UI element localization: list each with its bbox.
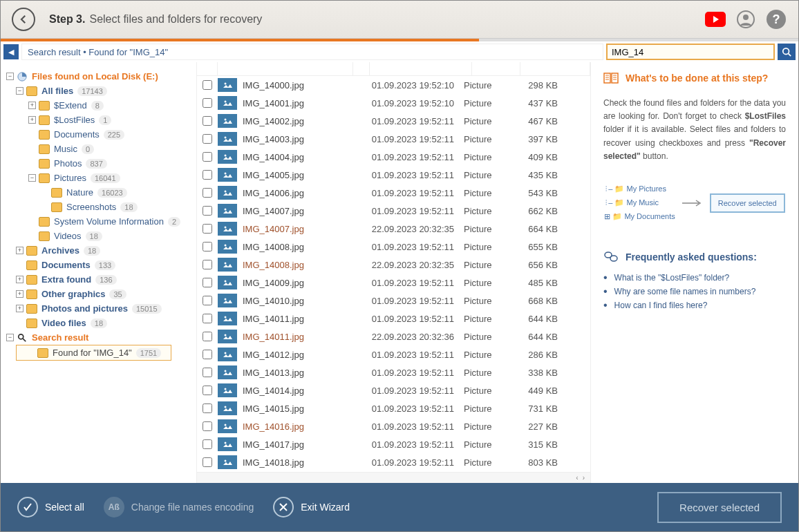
file-checkbox[interactable]: [197, 457, 218, 467]
change-encoding-button[interactable]: Aß Change file names encoding: [104, 497, 254, 517]
file-row[interactable]: IMG_14006.jpg 01.09.2023 19:52:11 Pictur…: [197, 184, 590, 202]
svg-rect-30: [222, 278, 233, 287]
file-row[interactable]: IMG_14007.jpg 22.09.2023 20:32:35 Pictur…: [197, 220, 590, 238]
file-size: 338 KB: [512, 368, 565, 378]
svg-rect-16: [222, 153, 233, 161]
tree-photos[interactable]: Photos837: [5, 156, 192, 171]
file-row[interactable]: IMG_14015.jpg 01.09.2023 19:52:11 Pictur…: [197, 399, 590, 417]
file-row[interactable]: IMG_14008.jpg 22.09.2023 20:32:35 Pictur…: [197, 256, 590, 274]
tree-sysvol[interactable]: System Volume Information2: [5, 214, 192, 229]
file-checkbox[interactable]: [197, 368, 218, 377]
tree-music[interactable]: Music0: [5, 142, 192, 156]
file-checkbox[interactable]: [197, 439, 218, 449]
file-row[interactable]: IMG_14001.jpg 01.09.2023 19:52:10 Pictur…: [197, 94, 590, 112]
file-row[interactable]: IMG_14010.jpg 01.09.2023 19:52:11 Pictur…: [197, 292, 590, 310]
file-checkbox[interactable]: [197, 314, 218, 323]
file-checkbox[interactable]: [197, 188, 218, 198]
picture-icon: [218, 455, 237, 469]
file-row[interactable]: IMG_14018.jpg 01.09.2023 19:52:11 Pictur…: [197, 453, 590, 471]
file-type: Picture: [464, 296, 512, 306]
svg-point-13: [225, 119, 227, 121]
file-checkbox[interactable]: [197, 134, 218, 144]
breadcrumb-back-button[interactable]: ◀: [3, 44, 19, 59]
file-row[interactable]: IMG_14005.jpg 01.09.2023 19:52:11 Pictur…: [197, 166, 590, 184]
file-row[interactable]: IMG_14011.jpg 01.09.2023 19:52:11 Pictur…: [197, 310, 590, 327]
tree-photospics[interactable]: +Photos and pictures15015: [5, 301, 192, 316]
tree-pictures[interactable]: −Pictures16041: [5, 171, 192, 185]
faq-item[interactable]: What is the "$LostFiles" folder?: [603, 273, 786, 283]
file-row[interactable]: IMG_14007.jpg 01.09.2023 19:52:11 Pictur…: [197, 202, 590, 220]
tree-videos[interactable]: Videos18: [5, 229, 192, 243]
exit-wizard-button[interactable]: Exit Wizard: [273, 497, 350, 517]
select-all-button[interactable]: Select all: [17, 497, 84, 517]
svg-point-35: [225, 316, 227, 319]
faq-item[interactable]: How can I find files here?: [603, 301, 786, 310]
tree-all-files[interactable]: −All files17143: [5, 84, 192, 98]
svg-rect-22: [222, 207, 233, 215]
search-input[interactable]: [606, 44, 775, 60]
file-checkbox[interactable]: [197, 98, 218, 108]
tree-screenshots[interactable]: Screenshots18: [5, 200, 192, 214]
breadcrumb-text[interactable]: Search result • Found for "IMG_14": [21, 44, 603, 60]
file-row[interactable]: IMG_14011.jpg 22.09.2023 20:32:36 Pictur…: [197, 327, 590, 345]
file-checkbox[interactable]: [197, 278, 218, 287]
file-checkbox[interactable]: [197, 242, 218, 251]
faq-list: What is the "$LostFiles" folder?Why are …: [603, 273, 786, 310]
tree-archives[interactable]: +Archives18: [5, 243, 192, 258]
file-name: IMG_14016.jpg: [243, 421, 360, 432]
recover-selected-button[interactable]: Recover selected: [657, 492, 782, 523]
file-row[interactable]: IMG_14008.jpg 01.09.2023 19:52:11 Pictur…: [197, 238, 590, 256]
faq-icon: [603, 251, 619, 263]
file-date: 01.09.2023 19:52:11: [360, 134, 464, 144]
tree-documents2[interactable]: Documents133: [5, 258, 192, 272]
tree-root[interactable]: −Files found on Local Disk (E:): [5, 69, 192, 84]
horizontal-scroll[interactable]: ‹›: [197, 472, 590, 483]
tree-videofiles[interactable]: Video files18: [5, 316, 192, 330]
tree-nature[interactable]: Nature16023: [5, 185, 192, 200]
faq-title: Frequently asked questions:: [603, 251, 786, 263]
file-row[interactable]: IMG_14009.jpg 01.09.2023 19:52:11 Pictur…: [197, 274, 590, 292]
file-checkbox[interactable]: [197, 350, 218, 359]
file-checkbox[interactable]: [197, 332, 218, 341]
file-row[interactable]: IMG_14016.jpg 01.09.2023 19:52:11 Pictur…: [197, 417, 590, 435]
back-button[interactable]: [12, 8, 35, 31]
file-date: 01.09.2023 19:52:11: [360, 116, 464, 126]
file-row[interactable]: IMG_14004.jpg 01.09.2023 19:52:11 Pictur…: [197, 148, 590, 166]
file-checkbox[interactable]: [197, 152, 218, 162]
help-icon[interactable]: ?: [765, 8, 787, 30]
file-size: 668 KB: [512, 296, 565, 306]
file-name: IMG_14014.jpg: [243, 386, 360, 396]
file-row[interactable]: IMG_14013.jpg 01.09.2023 19:52:11 Pictur…: [197, 363, 590, 381]
file-list[interactable]: IMG_14000.jpg 01.09.2023 19:52:10 Pictur…: [197, 76, 590, 472]
file-row[interactable]: IMG_14003.jpg 01.09.2023 19:52:11 Pictur…: [197, 130, 590, 148]
file-row[interactable]: IMG_14012.jpg 01.09.2023 19:52:11 Pictur…: [197, 345, 590, 363]
search-button[interactable]: [778, 44, 796, 60]
breadcrumb-bar: ◀ Search result • Found for "IMG_14": [1, 41, 798, 62]
file-checkbox[interactable]: [197, 386, 218, 395]
file-type: Picture: [464, 134, 512, 144]
file-checkbox[interactable]: [197, 421, 218, 431]
file-checkbox[interactable]: [197, 403, 218, 413]
file-row[interactable]: IMG_14014.jpg 01.09.2023 19:52:11 Pictur…: [197, 381, 590, 399]
file-type: Picture: [464, 260, 512, 270]
file-checkbox[interactable]: [197, 296, 218, 305]
file-row[interactable]: IMG_14000.jpg 01.09.2023 19:52:10 Pictur…: [197, 76, 590, 94]
tree-lostfiles[interactable]: +$LostFiles1: [5, 113, 192, 127]
tree-search-result[interactable]: −Search result: [5, 330, 192, 345]
file-row[interactable]: IMG_14017.jpg 01.09.2023 19:52:11 Pictur…: [197, 435, 590, 453]
file-checkbox[interactable]: [197, 224, 218, 234]
file-checkbox[interactable]: [197, 80, 218, 90]
file-checkbox[interactable]: [197, 116, 218, 126]
tree-found-for[interactable]: Found for "IMG_14"1751: [16, 345, 171, 361]
tree-extend[interactable]: +$Extend8: [5, 98, 192, 113]
file-checkbox[interactable]: [197, 260, 218, 269]
file-checkbox[interactable]: [197, 206, 218, 216]
tree-extra[interactable]: +Extra found136: [5, 272, 192, 287]
file-checkbox[interactable]: [197, 170, 218, 180]
faq-item[interactable]: Why are some file names in numbers?: [603, 287, 786, 296]
tree-other[interactable]: +Other graphics35: [5, 287, 192, 301]
file-row[interactable]: IMG_14002.jpg 01.09.2023 19:52:11 Pictur…: [197, 112, 590, 130]
tree-documents[interactable]: Documents225: [5, 127, 192, 142]
youtube-icon[interactable]: [704, 8, 726, 30]
user-icon[interactable]: [735, 8, 757, 30]
